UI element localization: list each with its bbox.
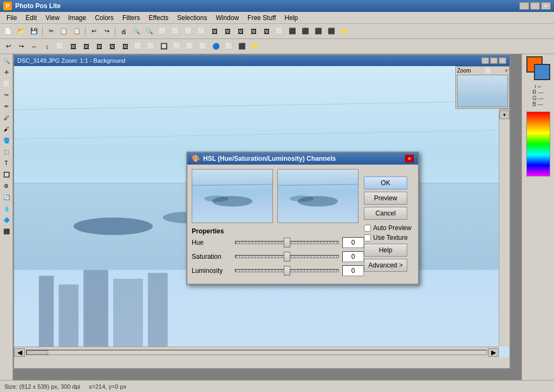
tool-zoom[interactable]: 🔍 [1,55,12,66]
tool-transform[interactable]: ⚙ [1,180,12,191]
minimize-button[interactable]: _ [519,2,529,10]
tb-save[interactable]: 💾 [28,25,40,37]
luminosity-slider-thumb[interactable] [284,266,290,276]
tool-pen[interactable]: 🖊 [1,112,12,123]
tb-cut[interactable]: ✂ [45,25,57,37]
tb2-b10[interactable]: 🖼 [119,41,131,53]
menu-free-stuff[interactable]: Free Stuff [243,13,280,23]
menu-selections[interactable]: Selections [173,13,211,23]
tb2-b16[interactable]: ⬜ [197,41,209,53]
hue-slider-thumb[interactable] [284,238,290,247]
scroll-track-h[interactable] [26,350,487,355]
menu-view[interactable]: View [41,13,64,23]
tool-crop[interactable]: 🔷 [1,214,12,225]
luminosity-value[interactable]: 0 [342,265,364,276]
tb-paste[interactable]: 📋 [71,25,83,37]
hsl-ok-button[interactable]: OK [364,177,407,190]
menu-edit[interactable]: Edit [21,13,41,23]
tb-b15[interactable]: ⬛ [299,25,311,37]
tb2-b1[interactable]: ↩ [2,41,14,53]
tb-redo[interactable]: ↪ [101,25,113,37]
hsl-advanced-button[interactable]: Advanced > [364,259,407,272]
swap-colors-button[interactable]: ↕↔ [534,83,542,89]
saturation-value[interactable]: 0 [342,251,364,262]
doc-minimize[interactable]: _ [481,57,489,64]
tb2-b7[interactable]: 🖼 [80,41,92,53]
tool-select-free[interactable]: ✂ [1,89,12,100]
menu-effects[interactable]: Effects [145,13,173,23]
doc-maximize[interactable]: □ [490,57,498,64]
tool-pencil[interactable]: ✏ [1,101,12,112]
tb-b4[interactable]: ⬜ [157,25,168,37]
tb-b16[interactable]: ⬛ [312,25,324,37]
tb-b7[interactable]: ⬜ [195,25,207,37]
hue-slider[interactable] [235,237,339,248]
tb2-b5[interactable]: ⬜ [54,41,66,53]
tb-b5[interactable]: ⬜ [170,25,181,37]
tool-eyedropper[interactable]: 💧 [1,203,12,214]
tb2-b4[interactable]: ↕ [41,41,53,53]
zoom-icon[interactable]: ⬜ [485,68,491,74]
tb-b3[interactable]: 🔍 [144,25,155,37]
tb-b17[interactable]: ⬛ [325,25,337,37]
tool-select-rect[interactable]: ⬜ [1,78,12,89]
tb-b9[interactable]: 🖼 [221,25,233,37]
use-texture-checkbox[interactable] [364,234,371,241]
tb-b10[interactable]: 🖼 [234,25,246,37]
maximize-button[interactable]: □ [530,2,540,10]
hue-value[interactable]: 0 [342,237,364,248]
tb-b18[interactable]: ⭐ [338,25,350,37]
close-button[interactable]: × [541,2,551,10]
tb-b2[interactable]: 🔍 [131,25,142,37]
color-gradient-picker[interactable] [526,112,550,177]
tb-b11[interactable]: 🖼 [247,25,259,37]
tb-open[interactable]: 📂 [15,25,27,37]
tb2-b13[interactable]: 🔲 [158,41,170,53]
tb2-b15[interactable]: ⬜ [184,41,196,53]
tb2-b20[interactable]: ⭐ [249,41,261,53]
tb-new[interactable]: 📄 [2,25,14,37]
tool-shape[interactable]: 🔲 [1,169,12,180]
tb2-b11[interactable]: ⬜ [132,41,144,53]
menu-image[interactable]: Image [64,13,90,23]
menu-window[interactable]: Window [211,13,243,23]
horizontal-scrollbar[interactable]: ◀ ▶ [14,347,499,357]
tb-b1[interactable]: 🖨 [118,25,129,37]
tb2-b6[interactable]: 🖼 [67,41,79,53]
hsl-preview-button[interactable]: Preview [364,192,407,205]
tb2-b19[interactable]: ⬛ [236,41,248,53]
tb-b14[interactable]: ⬛ [286,25,298,37]
tb2-b9[interactable]: 🖼 [106,41,118,53]
tb-b6[interactable]: ⬜ [183,25,194,37]
hsl-cancel-button[interactable]: Cancel [364,207,407,220]
vertical-scrollbar[interactable]: ▲ ▼ [499,77,510,347]
tb-undo[interactable]: ↩ [88,25,100,37]
tb2-b18[interactable]: ⬜ [223,41,235,53]
tb2-b2[interactable]: ↪ [15,41,27,53]
doc-close[interactable]: × [499,57,506,64]
luminosity-slider[interactable] [235,265,339,276]
tb-b8[interactable]: 🖼 [208,25,220,37]
zoom-close-icon[interactable]: × [505,68,508,74]
scroll-thumb-h[interactable] [27,350,48,355]
tb-copy[interactable]: 📋 [58,25,70,37]
scroll-right-button[interactable]: ▶ [488,348,499,357]
menu-file[interactable]: File [2,13,21,23]
tb2-b3[interactable]: ↔ [28,41,40,53]
saturation-slider-thumb[interactable] [284,252,290,262]
tb2-b14[interactable]: ⬜ [171,41,183,53]
tb-b13[interactable]: ⬜ [273,25,285,37]
tool-move[interactable]: ✛ [1,67,12,77]
scroll-left-button[interactable]: ◀ [14,348,25,357]
menu-filters[interactable]: Filters [118,13,145,23]
menu-help[interactable]: Help [281,13,303,23]
tool-brush[interactable]: 🖌 [1,123,12,134]
tb2-b12[interactable]: ⬜ [145,41,157,53]
scroll-down-button[interactable]: ▼ [499,110,510,119]
tb-b12[interactable]: 🖼 [260,25,272,37]
hsl-help-button[interactable]: Help [364,244,407,257]
tb2-b17[interactable]: 🔵 [210,41,222,53]
auto-preview-checkbox[interactable] [364,225,371,232]
tb2-b8[interactable]: 🖼 [93,41,105,53]
tool-fill[interactable]: 🪣 [1,135,12,146]
